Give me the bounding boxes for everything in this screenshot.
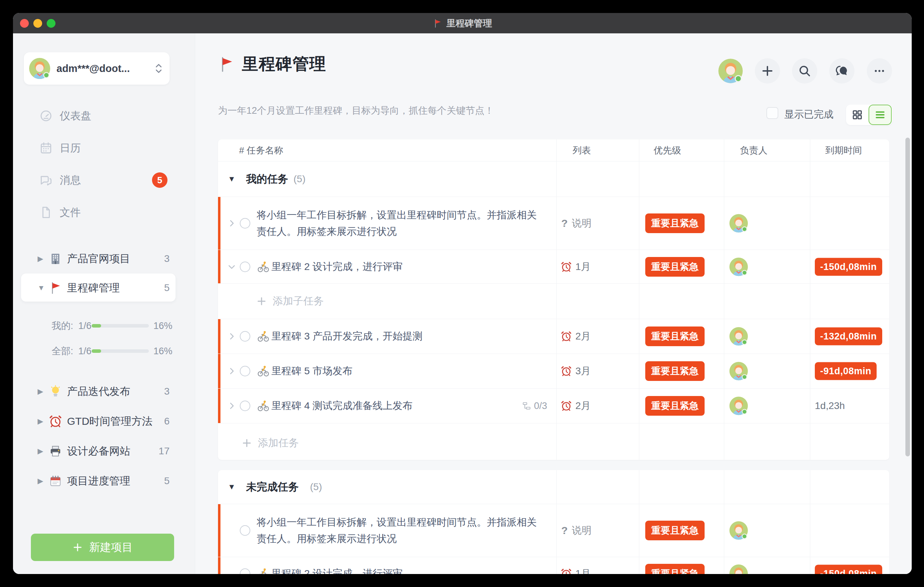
project-item-iteration[interactable]: ▶ 产品迭代发布 3 <box>13 378 195 406</box>
collapse-caret-icon[interactable]: ▶ <box>38 387 47 396</box>
task-name: 里程碑 2 设计完成，进行评审 <box>271 260 403 274</box>
table-header-row: # 任务名称 列表 优先级 负责人 到期时间 <box>218 139 889 162</box>
scrollbar-thumb[interactable] <box>906 138 910 457</box>
plus-icon <box>241 438 252 448</box>
close-window-button[interactable] <box>20 19 29 28</box>
expand-chevron-icon[interactable] <box>227 366 236 376</box>
collapse-caret-icon[interactable]: ▶ <box>38 477 47 485</box>
assignee-avatar <box>729 521 749 540</box>
user-account-selector[interactable]: adm***@doot... <box>24 52 170 85</box>
priority-badge: 重要且紧急 <box>645 361 705 381</box>
minimize-window-button[interactable] <box>33 19 42 28</box>
sidebar-item-dashboard[interactable]: 仪表盘 <box>13 100 195 132</box>
project-item-progress-mgmt[interactable]: ▶ 项目进度管理 5 <box>13 467 195 495</box>
group-collapse-icon[interactable]: ▼ <box>228 482 236 491</box>
project-task-count: 6 <box>164 416 170 427</box>
sidebar-item-messages[interactable]: 消息 5 <box>13 164 195 196</box>
sidebar-item-files[interactable]: 文件 <box>13 196 195 229</box>
task-complete-circle[interactable] <box>240 569 250 574</box>
page-title: 里程碑管理 <box>218 53 326 75</box>
expand-chevron-icon[interactable] <box>227 332 236 341</box>
task-row[interactable]: 里程碑 2 设计完成，进行评审 1月 重要且紧急 -150d,08min <box>218 557 889 574</box>
message-icon <box>39 173 53 187</box>
page-subtitle: 为一年12个月设置工作里程碑，目标为导向，抓住每个关键节点！ <box>218 104 494 117</box>
project-item-gtd[interactable]: ▶ GTD时间管理方法 6 <box>13 407 195 435</box>
task-row[interactable]: 里程碑 2 设计完成，进行评审 1月 重要且紧急 -150d,08min <box>218 250 889 284</box>
sidebar: adm***@doot... 仪表盘 日历 消息 5 文件 ▶ <box>13 33 195 574</box>
zoom-window-button[interactable] <box>47 19 56 28</box>
due-time-badge: -150d,08min <box>815 564 882 574</box>
plus-icon <box>72 542 83 552</box>
chevron-updown-icon <box>154 63 163 74</box>
add-button[interactable] <box>755 58 780 84</box>
collapse-caret-icon[interactable]: ▶ <box>38 417 47 425</box>
task-complete-circle[interactable] <box>240 218 250 229</box>
new-project-button[interactable]: 新建项目 <box>31 534 174 561</box>
sidebar-item-calendar[interactable]: 日历 <box>13 132 195 164</box>
assignee-avatar <box>729 564 749 574</box>
grid-view-button[interactable] <box>846 105 868 125</box>
building-icon <box>49 252 62 265</box>
column-priority: 优先级 <box>654 144 681 157</box>
list-cell: 2月 <box>561 330 591 343</box>
expand-chevron-icon[interactable] <box>227 219 236 228</box>
question-icon: ? <box>561 524 568 536</box>
priority-badge: 重要且紧急 <box>645 396 705 416</box>
assignee-avatar <box>729 396 749 416</box>
search-button[interactable] <box>792 58 817 84</box>
view-toggle <box>846 105 893 125</box>
show-completed-checkbox[interactable] <box>766 107 778 119</box>
task-row[interactable]: 将小组一年工作目标拆解，设置出里程碑时间节点。并指派相关责任人。用标签来展示进行… <box>218 197 889 250</box>
expand-chevron-icon[interactable] <box>227 401 236 411</box>
task-complete-circle[interactable] <box>240 401 250 411</box>
cyclist-icon <box>257 400 269 412</box>
task-row[interactable]: 将小组一年工作目标拆解，设置出里程碑时间节点。并指派相关责任人。用标签来展示进行… <box>218 504 889 557</box>
collapse-caret-icon[interactable]: ▶ <box>38 254 47 263</box>
priority-badge: 重要且紧急 <box>645 213 705 233</box>
group-header-my-tasks[interactable]: ▼ 我的任务 (5) <box>218 162 889 197</box>
desk-calendar-icon <box>49 474 62 488</box>
add-task-row[interactable]: 添加任务 <box>218 424 889 463</box>
list-cell: ?说明 <box>561 217 592 230</box>
chat-button[interactable] <box>829 58 855 84</box>
project-item-milestone[interactable]: ▼ 里程碑管理 5 <box>13 274 195 302</box>
plus-icon <box>761 64 774 77</box>
project-task-count: 17 <box>159 445 170 457</box>
task-name: 里程碑 5 市场发布 <box>271 364 353 378</box>
cyclist-icon <box>257 261 269 273</box>
column-assignee: 负责人 <box>740 144 767 157</box>
alarm-clock-icon <box>561 331 572 342</box>
more-button[interactable] <box>867 58 892 84</box>
collapse-caret-icon[interactable]: ▶ <box>38 447 47 455</box>
cyclist-icon <box>257 568 269 574</box>
assignee-avatar <box>729 361 749 381</box>
assignee-avatar <box>729 326 749 346</box>
task-row[interactable]: 里程碑 4 测试完成准备线上发布 0/3 2月 重要且紧急 1d,23h <box>218 389 889 424</box>
project-item-design-sites[interactable]: ▶ 设计必备网站 17 <box>13 437 195 465</box>
task-row[interactable]: 里程碑 5 市场发布 3月 重要且紧急 -91d,08min <box>218 354 889 389</box>
add-subtask-row[interactable]: 添加子任务 <box>218 284 889 319</box>
flag-icon <box>49 281 62 295</box>
list-icon <box>874 109 886 121</box>
project-item-website[interactable]: ▶ 产品官网项目 3 <box>13 245 195 273</box>
task-complete-circle[interactable] <box>240 262 250 272</box>
due-time-text: 1d,23h <box>815 400 845 411</box>
show-completed-label[interactable]: 显示已完成 <box>784 108 833 121</box>
task-row[interactable]: 里程碑 3 产品开发完成，开始提测 2月 重要且紧急 -132d,08min <box>218 319 889 354</box>
group-count: (5) <box>310 481 322 493</box>
project-task-count: 3 <box>164 386 170 397</box>
list-view-button[interactable] <box>868 105 892 125</box>
task-complete-circle[interactable] <box>240 366 250 376</box>
project-task-count: 3 <box>164 253 170 264</box>
expand-caret-icon[interactable]: ▼ <box>38 284 47 292</box>
task-complete-circle[interactable] <box>240 331 250 341</box>
group-header-uncompleted[interactable]: ▼ 未完成任务 (5) <box>218 470 889 504</box>
progress-row-mine: 我的: 1/6 16% <box>13 318 195 333</box>
priority-badge: 重要且紧急 <box>645 521 705 540</box>
ellipsis-icon <box>873 64 886 77</box>
group-collapse-icon[interactable]: ▼ <box>228 175 236 184</box>
task-complete-circle[interactable] <box>240 525 250 536</box>
collapse-chevron-icon[interactable] <box>227 262 236 271</box>
alarm-clock-icon <box>561 400 572 411</box>
header-avatar[interactable] <box>718 58 744 84</box>
